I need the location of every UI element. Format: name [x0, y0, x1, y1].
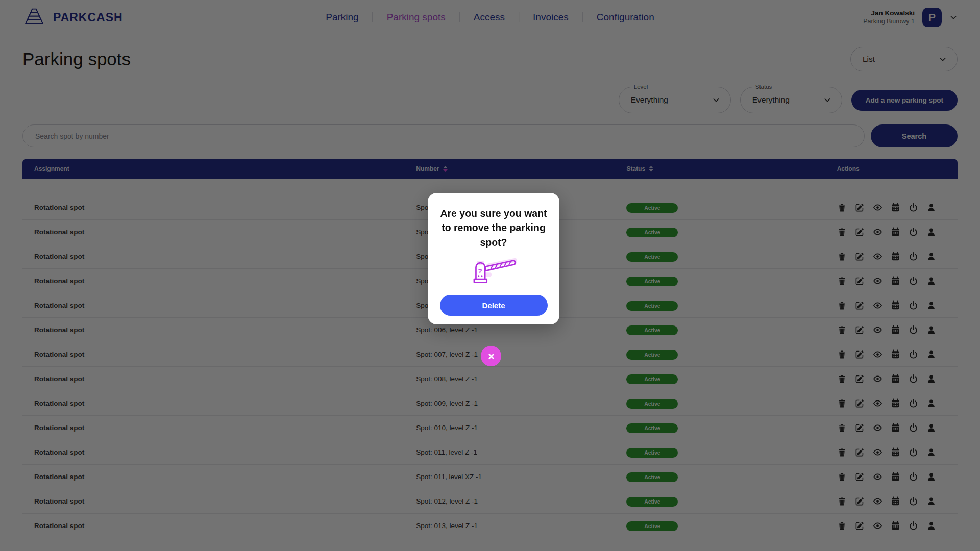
- svg-text:?: ?: [478, 267, 482, 274]
- delete-confirmation-dialog: Are you sure you want to remove the park…: [428, 193, 559, 324]
- dialog-title: Are you sure you want to remove the park…: [438, 206, 549, 249]
- delete-button[interactable]: Delete: [440, 295, 548, 316]
- parking-barrier-icon: ?: [465, 256, 522, 287]
- close-modal-button[interactable]: [481, 346, 501, 366]
- close-icon: [487, 353, 495, 360]
